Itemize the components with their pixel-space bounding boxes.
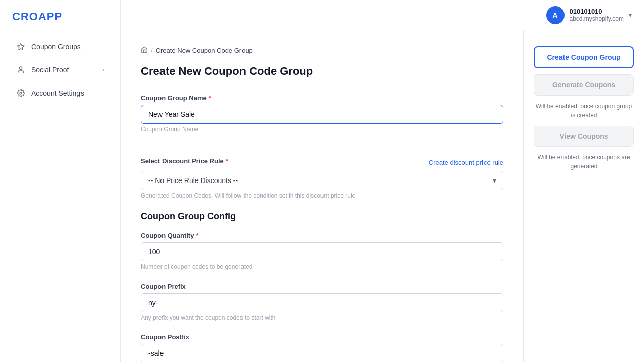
user-shop: abcd.myshopify.com — [570, 15, 624, 22]
sidebar-label-account-settings: Account Settings — [31, 89, 84, 97]
sidebar: CROAPP Coupon Groups Social Proof › Acco… — [0, 0, 121, 362]
quantity-hint: Number of coupon codes to be generated — [141, 263, 503, 270]
required-indicator-2: * — [226, 157, 228, 165]
form-area: / Create New Coupon Code Group Create Ne… — [121, 30, 523, 362]
group-name-field: Coupon Group Name * Coupon Group Name — [141, 94, 503, 133]
prefix-field: Coupon Prefix Any prefix you want the co… — [141, 283, 503, 321]
required-indicator: * — [209, 94, 211, 102]
divider-1 — [141, 145, 503, 145]
chevron-right-icon: › — [102, 66, 104, 73]
postfix-field: Coupon Postfix Any postfix you want the … — [141, 333, 503, 362]
discount-hint: Generated Coupon Codes, Will follow the … — [141, 192, 503, 199]
discount-select-wrapper: -- No Price Rule Discounts -- ▾ — [141, 171, 503, 190]
main-area: A 010101010 abcd.myshopify.com ▾ / Creat… — [121, 0, 644, 362]
breadcrumb: / Create New Coupon Code Group — [141, 46, 503, 55]
postfix-label: Coupon Postfix — [141, 333, 503, 341]
discount-label: Select Discount Price Rule * — [141, 157, 228, 165]
topbar: A 010101010 abcd.myshopify.com ▾ — [121, 0, 644, 30]
svg-marker-0 — [17, 43, 24, 50]
home-icon[interactable] — [141, 46, 148, 55]
config-section-title: Coupon Group Config — [141, 211, 503, 222]
group-name-input[interactable] — [141, 105, 503, 124]
required-indicator-3: * — [196, 232, 198, 239]
sidebar-item-social-proof[interactable]: Social Proof › — [4, 59, 116, 80]
person-icon — [16, 65, 25, 74]
discount-field: Select Discount Price Rule * Create disc… — [141, 157, 503, 199]
quantity-field: Coupon Quantity * Number of coupon codes… — [141, 232, 503, 270]
config-section: Coupon Group Config Coupon Quantity * Nu… — [141, 211, 503, 362]
user-name: 010101010 — [570, 8, 624, 15]
quantity-label: Coupon Quantity * — [141, 232, 503, 239]
right-sidebar: Create Coupon Group Generate Coupons Wil… — [523, 30, 644, 362]
sidebar-label-coupon-groups: Coupon Groups — [31, 43, 81, 51]
view-note: Will be enabled, once coupons are genera… — [534, 153, 634, 171]
app-logo: CROAPP — [0, 0, 120, 35]
prefix-label: Coupon Prefix — [141, 283, 503, 290]
group-name-label: Coupon Group Name * — [141, 94, 503, 102]
view-coupons-button: View Coupons — [534, 126, 634, 147]
discount-select[interactable]: -- No Price Rule Discounts -- — [141, 171, 503, 190]
sidebar-label-social-proof: Social Proof — [31, 66, 69, 74]
prefix-input[interactable] — [141, 293, 503, 312]
quantity-input[interactable] — [141, 242, 503, 261]
content-area: / Create New Coupon Code Group Create Ne… — [121, 30, 644, 362]
generate-note: Will be enabled, once coupon group is cr… — [534, 102, 634, 120]
breadcrumb-current: Create New Coupon Code Group — [156, 47, 253, 54]
star-icon — [16, 42, 25, 51]
user-info: 010101010 abcd.myshopify.com — [570, 8, 624, 22]
generate-coupons-button: Generate Coupons — [534, 74, 634, 96]
avatar: A — [546, 6, 565, 24]
svg-point-1 — [19, 67, 22, 69]
group-name-hint: Coupon Group Name — [141, 126, 503, 133]
postfix-input[interactable] — [141, 344, 503, 362]
sidebar-item-coupon-groups[interactable]: Coupon Groups — [4, 36, 116, 57]
chevron-down-icon[interactable]: ▾ — [629, 12, 632, 19]
breadcrumb-separator: / — [151, 47, 153, 54]
discount-row: Select Discount Price Rule * Create disc… — [141, 157, 503, 168]
svg-point-2 — [20, 92, 22, 94]
prefix-hint: Any prefix you want the coupon codes to … — [141, 314, 503, 321]
sidebar-item-account-settings[interactable]: Account Settings — [4, 82, 116, 104]
gear-icon — [16, 88, 25, 98]
create-price-rule-link[interactable]: Create discount price rule — [429, 159, 503, 166]
page-title: Create New Coupon Code Group — [141, 65, 503, 78]
create-coupon-group-button[interactable]: Create Coupon Group — [534, 46, 634, 68]
